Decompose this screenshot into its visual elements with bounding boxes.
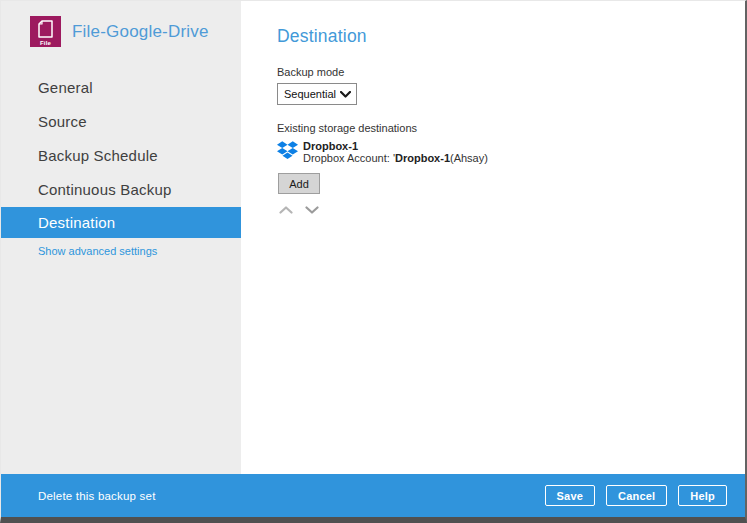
existing-storage-destinations-label: Existing storage destinations xyxy=(277,122,745,134)
move-down-icon[interactable] xyxy=(305,206,319,214)
sidebar-item-backup-schedule[interactable]: Backup Schedule xyxy=(1,139,241,173)
backup-set-title: File-Google-Drive xyxy=(72,22,209,42)
page-title: Destination xyxy=(277,26,745,47)
logo-file-label: File xyxy=(30,40,61,46)
document-icon xyxy=(37,20,54,39)
save-button[interactable]: Save xyxy=(545,485,596,506)
destination-account: Dropbox Account: 'Dropbox-1(Ahsay) xyxy=(303,152,488,165)
add-destination-button[interactable]: Add xyxy=(278,173,320,194)
backup-mode-select-wrap: Sequential xyxy=(277,83,357,105)
sidebar-item-source[interactable]: Source xyxy=(1,105,241,139)
backup-mode-label: Backup mode xyxy=(277,66,745,78)
backup-mode-select[interactable]: Sequential xyxy=(277,83,357,105)
cancel-button[interactable]: Cancel xyxy=(606,485,667,506)
help-button[interactable]: Help xyxy=(678,485,727,506)
app-window: File File-Google-Drive General Source Ba… xyxy=(0,0,747,523)
footer-buttons: Save Cancel Help xyxy=(545,485,727,506)
content-row: File File-Google-Drive General Source Ba… xyxy=(1,1,745,474)
footer-bar: Delete this backup set Save Cancel Help xyxy=(1,474,745,517)
sidebar-item-continuous-backup[interactable]: Continuous Backup xyxy=(1,173,241,207)
sidebar-nav: General Source Backup Schedule Continuou… xyxy=(1,71,241,257)
move-up-icon[interactable] xyxy=(279,206,293,214)
destination-name: Dropbox-1 xyxy=(303,140,488,152)
backup-set-header: File File-Google-Drive xyxy=(1,1,241,47)
delete-backup-set-link[interactable]: Delete this backup set xyxy=(38,490,156,502)
main-panel: Destination Backup mode Sequential Exist… xyxy=(241,1,745,474)
destination-account-suffix: (Ahsay) xyxy=(450,152,488,164)
sidebar-item-general[interactable]: General xyxy=(1,71,241,105)
destination-item-text: Dropbox-1 Dropbox Account: 'Dropbox-1(Ah… xyxy=(303,139,488,165)
show-advanced-settings-link[interactable]: Show advanced settings xyxy=(1,245,241,257)
reorder-controls xyxy=(279,206,745,214)
destination-account-prefix: Dropbox Account: ' xyxy=(303,152,395,164)
destination-account-name: Dropbox-1 xyxy=(395,152,450,164)
destination-item-dropbox[interactable]: Dropbox-1 Dropbox Account: 'Dropbox-1(Ah… xyxy=(277,139,745,165)
dropbox-icon xyxy=(277,140,298,161)
sidebar: File File-Google-Drive General Source Ba… xyxy=(1,1,241,474)
sidebar-item-destination[interactable]: Destination xyxy=(1,207,241,238)
file-backup-set-icon: File xyxy=(30,16,61,47)
